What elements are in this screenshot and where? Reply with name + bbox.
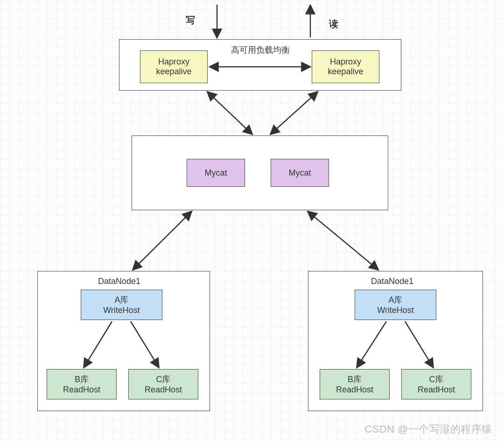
haproxy-left-line1: Haproxy — [158, 57, 189, 67]
datanode-left-readB: B库 ReadHost — [47, 369, 117, 399]
datanode-left-readC-line2: ReadHost — [145, 385, 182, 395]
haproxy-right-line1: Haproxy — [330, 57, 361, 67]
datanode-left-title: DataNode1 — [98, 277, 140, 286]
datanode-right-readB: B库 ReadHost — [320, 369, 390, 399]
datanode-left-write-line2: WriteHost — [103, 306, 140, 315]
datanode-left-readB-line1: B库 — [75, 374, 89, 385]
mycat-left-label: Mycat — [204, 168, 227, 178]
datanode-right-readC-line2: ReadHost — [418, 385, 455, 395]
datanode-right-write-line1: A库 — [388, 294, 402, 306]
haproxy-right: Haproxy keepalive — [312, 50, 379, 83]
haproxy-right-line2: keepalive — [328, 67, 363, 77]
datanode-right-readC: C库 ReadHost — [401, 369, 471, 399]
write-label: 写 — [186, 14, 195, 27]
svg-line-3 — [208, 92, 252, 134]
datanode-left-write-line1: A库 — [114, 294, 128, 306]
svg-line-5 — [133, 212, 191, 270]
datanode-right-write: A库 WriteHost — [355, 290, 436, 320]
ha-lb-label: 高可用负载均衡 — [231, 44, 290, 56]
read-label: 读 — [329, 18, 338, 30]
watermark: CSDN @一个写湿的程序猿 — [364, 422, 492, 436]
datanode-left-readB-line2: ReadHost — [63, 385, 100, 395]
haproxy-left: Haproxy keepalive — [140, 50, 208, 83]
mycat-group — [132, 135, 388, 210]
datanode-right-readB-line2: ReadHost — [336, 385, 373, 395]
svg-line-4 — [271, 92, 317, 134]
datanode-left-readC: C库 ReadHost — [128, 369, 198, 399]
datanode-left-readC-line1: C库 — [156, 374, 171, 385]
datanode-right-readB-line1: B库 — [348, 374, 362, 385]
datanode-right-write-line2: WriteHost — [377, 306, 414, 315]
mycat-right-label: Mycat — [288, 168, 311, 178]
svg-line-6 — [308, 212, 378, 270]
mycat-right: Mycat — [271, 159, 329, 187]
datanode-left-write: A库 WriteHost — [81, 290, 162, 320]
datanode-right-readC-line1: C库 — [429, 374, 444, 385]
haproxy-left-line2: keepalive — [156, 67, 191, 77]
mycat-left: Mycat — [187, 159, 245, 187]
datanode-right-title: DataNode1 — [371, 277, 413, 286]
